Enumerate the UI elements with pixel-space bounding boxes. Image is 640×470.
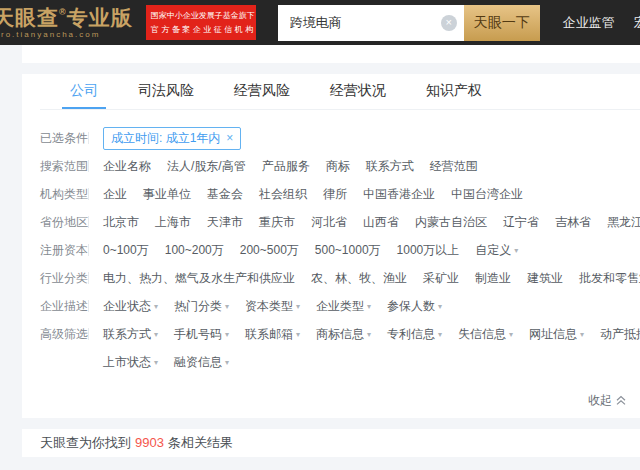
caret-down-icon: ▾ [296,330,300,339]
filter-option[interactable]: 企业状态▾ [103,298,158,315]
filter-row-label: 企业描述 [40,292,88,320]
result-summary: 天眼查为你找到9903条相关结果 [40,434,233,452]
filter-option[interactable]: 社会组织 [259,186,307,203]
filter-option[interactable]: 批发和零售业 [579,270,640,287]
filter-row-selected: 已选条件成立时间: 成立1年内× [40,124,640,152]
filter-option[interactable]: 律所 [323,186,347,203]
filter-option[interactable]: 中国台湾企业 [451,186,523,203]
filter-option[interactable]: 参保人数▾ [387,298,442,315]
certification-badge: 国家中小企业发展子基金旗下 官方备案企业征信机构 [146,5,256,40]
filter-row-label: 注册资本 [40,236,88,264]
filter-option[interactable]: 辽宁省 [503,214,539,231]
filter-row-description: 企业描述企业状态▾热门分类▾资本类型▾企业类型▾参保人数▾ [40,292,640,320]
collapse-button[interactable]: 收起 [588,392,626,409]
filter-option[interactable]: 制造业 [475,270,511,287]
filter-option[interactable]: 企业类型▾ [316,298,371,315]
filter-option[interactable]: 产品服务 [262,158,310,175]
filter-option[interactable]: 建筑业 [527,270,563,287]
filter-option[interactable]: 自定义▾ [475,242,518,259]
tab-intellectual-property[interactable]: 知识产权 [418,74,490,109]
filter-option[interactable]: 融资信息▾ [174,354,229,371]
tag-label: 成立时间: 成立1年内 [111,130,220,147]
divider [88,272,89,284]
filter-option[interactable]: 河北省 [311,214,347,231]
filter-option[interactable]: 动产抵押▾ [600,326,640,343]
filter-row-label: 高级筛选 [40,320,88,348]
filter-option[interactable]: 上海市 [155,214,191,231]
filter-option[interactable]: 经营范围 [430,158,478,175]
filter-row-region: 省份地区北京市上海市天津市重庆市河北省山西省内蒙古自治区辽宁省吉林省黑龙江省 [40,208,640,236]
filter-option[interactable]: 商标 [326,158,350,175]
filter-option[interactable]: 法人/股东/高管 [167,158,246,175]
filter-option[interactable]: 上市状态▾ [103,354,158,371]
filter-option[interactable]: 手机号码▾ [174,326,229,343]
search-input[interactable] [278,5,464,41]
close-icon[interactable]: × [226,131,233,145]
filter-option[interactable]: 吉林省 [555,214,591,231]
tab-company[interactable]: 公司 [62,74,106,109]
logo-domain: ro.tianyancha.com [1,31,133,39]
filter-option[interactable]: 北京市 [103,214,139,231]
filter-rows: 已选条件成立时间: 成立1年内×搜索范围企业名称法人/股东/高管产品服务商标联系… [40,110,640,376]
selected-filter-tag[interactable]: 成立时间: 成立1年内× [103,127,241,150]
filter-row-reg-capital: 注册资本0~100万100~200万200~500万500~1000万1000万… [40,236,640,264]
filter-option[interactable]: 专利信息▾ [387,326,442,343]
filter-option[interactable]: 1000万以上 [397,242,460,259]
caret-down-icon: ▾ [438,330,442,339]
filter-option[interactable]: 基金会 [207,186,243,203]
tab-operating-status[interactable]: 经营状况 [322,74,394,109]
filter-option[interactable]: 资本类型▾ [245,298,300,315]
nav-item-enterprise-monitor[interactable]: 企业监管 [563,14,615,32]
filter-option[interactable]: 失信信息▾ [458,326,513,343]
filter-option[interactable]: 重庆市 [259,214,295,231]
caret-down-icon: ▾ [514,246,518,255]
filter-option[interactable]: 采矿业 [423,270,459,287]
top-header: 天眼查®专业版 ro.tianyancha.com 国家中小企业发展子基金旗下 … [0,0,640,45]
filter-option[interactable]: 天津市 [207,214,243,231]
logo-title: 天眼查®专业版 [0,7,133,28]
caret-down-icon: ▾ [367,330,371,339]
filter-row-org-type: 机构类型企业事业单位基金会社会组织律所中国香港企业中国台湾企业 [40,180,640,208]
filter-row-advanced: 高级筛选联系方式▾手机号码▾联系邮箱▾商标信息▾专利信息▾失信信息▾网址信息▾动… [40,320,640,376]
caret-down-icon: ▾ [438,302,442,311]
filter-option[interactable]: 0~100万 [103,242,149,259]
filter-option[interactable]: 联系方式▾ [103,326,158,343]
filter-option[interactable]: 500~1000万 [315,242,381,259]
filter-option[interactable]: 黑龙江省 [607,214,640,231]
nav-item-macro[interactable]: 宏观 [634,14,640,32]
registered-mark-icon: ® [59,7,67,17]
filter-option[interactable]: 200~500万 [240,242,299,259]
filter-option[interactable]: 商标信息▾ [316,326,371,343]
site-logo[interactable]: 天眼查®专业版 ro.tianyancha.com [0,7,133,39]
filter-option[interactable]: 联系方式 [366,158,414,175]
header-nav: 企业监管 宏观 [563,14,640,32]
caret-down-icon: ▾ [509,330,513,339]
clear-search-icon[interactable]: × [441,15,457,31]
filter-option[interactable]: 事业单位 [143,186,191,203]
divider [88,300,89,312]
filter-row-label: 搜索范围 [40,152,88,180]
filter-option[interactable]: 企业名称 [103,158,151,175]
filter-panel: 公司司法风险经营风险经营状况知识产权 已选条件成立时间: 成立1年内×搜索范围企… [22,74,640,418]
filter-option[interactable]: 中国香港企业 [363,186,435,203]
tab-operating-risk[interactable]: 经营风险 [226,74,298,109]
filter-option[interactable]: 电力、热力、燃气及水生产和供应业 [103,270,295,287]
caret-down-icon: ▾ [154,330,158,339]
filter-row-scope: 搜索范围企业名称法人/股东/高管产品服务商标联系方式经营范围 [40,152,640,180]
filter-row-label: 行业分类 [40,264,88,292]
divider [88,216,89,228]
tab-judicial-risk[interactable]: 司法风险 [130,74,202,109]
filter-option[interactable]: 热门分类▾ [174,298,229,315]
filter-option[interactable]: 内蒙古自治区 [415,214,487,231]
filter-option[interactable]: 网址信息▾ [529,326,584,343]
filter-option[interactable]: 100~200万 [165,242,224,259]
divider [88,328,89,340]
divider [88,244,89,256]
filter-option[interactable]: 农、林、牧、渔业 [311,270,407,287]
caret-down-icon: ▾ [367,302,371,311]
filter-option[interactable]: 联系邮箱▾ [245,326,300,343]
filter-row-industry: 行业分类电力、热力、燃气及水生产和供应业农、林、牧、渔业采矿业制造业建筑业批发和… [40,264,640,292]
filter-option[interactable]: 山西省 [363,214,399,231]
filter-option[interactable]: 企业 [103,186,127,203]
search-button[interactable]: 天眼一下 [464,5,540,41]
